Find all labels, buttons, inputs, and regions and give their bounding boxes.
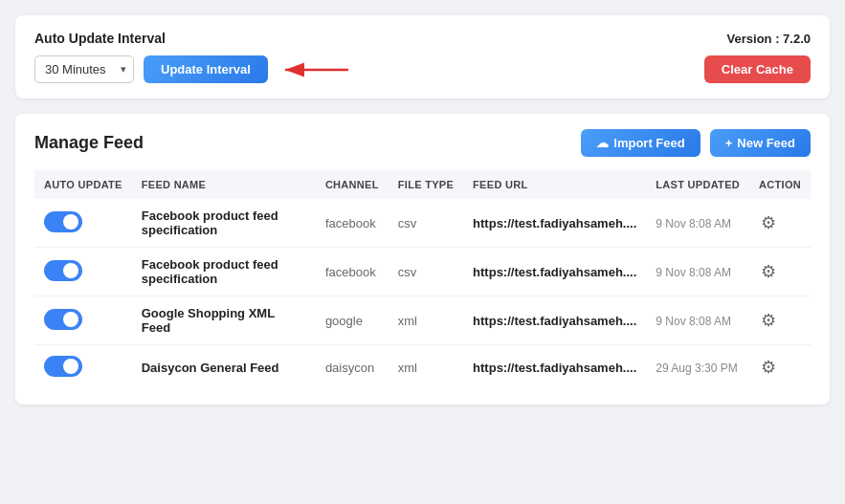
feed-url-text: https://test.fadiyahsameh.... <box>473 265 636 279</box>
col-last-updated: LAST UPDATED <box>646 170 749 199</box>
toggle-cell <box>34 248 132 296</box>
settings-button[interactable]: ⚙ <box>759 259 778 284</box>
feed-url-text: https://test.fadiyahsameh.... <box>473 314 636 328</box>
feed-url-cell: https://test.fadiyahsameh.... <box>463 296 646 345</box>
feed-name-cell: Google Shopping XML Feed <box>132 296 316 345</box>
table-header-row: AUTO UPDATE FEED NAME CHANNEL FILE TYPE … <box>34 170 811 199</box>
action-cell: ⚙ <box>749 199 811 248</box>
last-updated-text: 9 Nov 8:08 AM <box>656 266 731 279</box>
main-card-header: Manage Feed ☁ Import Feed + New Feed <box>34 129 811 157</box>
interval-select[interactable]: 30 Minutes 15 Minutes 1 Hour 2 Hours <box>34 55 134 83</box>
channel-cell: daisycon <box>316 345 389 390</box>
feed-name: Facebook product feed specification <box>142 208 278 237</box>
feed-name-cell: Facebook product feed specification <box>132 199 316 248</box>
top-card-controls: 30 Minutes 15 Minutes 1 Hour 2 Hours ▾ U… <box>34 55 358 83</box>
file-type-cell: csv <box>389 199 463 248</box>
last-updated-text: 9 Nov 8:08 AM <box>656 217 731 230</box>
feed-url-text: https://test.fadiyahsameh.... <box>473 361 636 375</box>
last-updated-cell: 9 Nov 8:08 AM <box>646 248 749 296</box>
interval-select-wrapper: 30 Minutes 15 Minutes 1 Hour 2 Hours ▾ <box>34 55 134 83</box>
file-type-text: csv <box>398 265 417 279</box>
feed-url-cell: https://test.fadiyahsameh.... <box>463 345 646 390</box>
version-label: Version : 7.2.0 <box>727 32 811 46</box>
last-updated-cell: 9 Nov 8:08 AM <box>646 199 749 248</box>
toggle-cell <box>34 345 132 390</box>
feed-url-text: https://test.fadiyahsameh.... <box>473 216 636 230</box>
auto-update-title: Auto Update Interval <box>34 31 358 46</box>
action-cell: ⚙ <box>749 345 811 390</box>
file-type-cell: xml <box>389 345 463 390</box>
auto-update-toggle[interactable] <box>44 260 82 281</box>
feed-url-cell: https://test.fadiyahsameh.... <box>463 199 646 248</box>
file-type-text: xml <box>398 314 417 328</box>
new-feed-label: New Feed <box>737 136 795 150</box>
action-cell: ⚙ <box>749 248 811 296</box>
auto-update-toggle[interactable] <box>44 309 82 330</box>
last-updated-cell: 9 Nov 8:08 AM <box>646 296 749 345</box>
feed-name: Daisycon General Feed <box>142 361 279 375</box>
manage-feed-title: Manage Feed <box>34 133 144 153</box>
clear-cache-button[interactable]: Clear Cache <box>704 55 811 83</box>
file-type-cell: csv <box>389 248 463 296</box>
last-updated-text: 9 Nov 8:08 AM <box>656 315 731 328</box>
col-action: ACTION <box>749 170 811 199</box>
table-row: Google Shopping XML Feedgooglexmlhttps:/… <box>34 296 811 345</box>
channel-text: facebook <box>325 216 376 230</box>
col-feed-url: FEED URL <box>463 170 646 199</box>
feed-url-cell: https://test.fadiyahsameh.... <box>463 248 646 296</box>
top-card-left: Auto Update Interval 30 Minutes 15 Minut… <box>34 31 358 83</box>
feed-name: Google Shopping XML Feed <box>142 306 275 335</box>
action-cell: ⚙ <box>749 296 811 345</box>
col-auto-update: AUTO UPDATE <box>34 170 132 199</box>
file-type-cell: xml <box>389 296 463 345</box>
red-arrow-icon <box>281 58 358 81</box>
last-updated-text: 29 Aug 3:30 PM <box>656 362 737 375</box>
top-card: Auto Update Interval 30 Minutes 15 Minut… <box>15 15 830 99</box>
feed-table: AUTO UPDATE FEED NAME CHANNEL FILE TYPE … <box>34 170 811 389</box>
page-wrapper: Auto Update Interval 30 Minutes 15 Minut… <box>0 0 845 420</box>
table-row: Daisycon General Feeddaisyconxmlhttps://… <box>34 345 811 390</box>
file-type-text: xml <box>398 361 417 375</box>
col-file-type: FILE TYPE <box>389 170 463 199</box>
plus-icon: + <box>725 136 733 150</box>
new-feed-button[interactable]: + New Feed <box>710 129 811 157</box>
settings-button[interactable]: ⚙ <box>759 355 778 380</box>
settings-button[interactable]: ⚙ <box>759 308 778 333</box>
cloud-upload-icon: ☁ <box>596 136 609 150</box>
channel-text: google <box>325 314 363 328</box>
feed-name-cell: Facebook product feed specification <box>132 248 316 296</box>
last-updated-cell: 29 Aug 3:30 PM <box>646 345 749 390</box>
channel-text: facebook <box>325 265 376 279</box>
channel-cell: facebook <box>316 199 389 248</box>
table-row: Facebook product feed specificationfaceb… <box>34 199 811 248</box>
update-interval-button[interactable]: Update Interval <box>144 55 268 83</box>
col-feed-name: FEED NAME <box>132 170 316 199</box>
channel-cell: facebook <box>316 248 389 296</box>
feed-name-cell: Daisycon General Feed <box>132 345 316 390</box>
settings-button[interactable]: ⚙ <box>759 210 778 235</box>
file-type-text: csv <box>398 216 417 230</box>
arrow-annotation <box>281 58 358 81</box>
col-channel: CHANNEL <box>316 170 389 199</box>
top-card-right: Version : 7.2.0 Clear Cache <box>704 32 811 83</box>
import-feed-button[interactable]: ☁ Import Feed <box>581 129 700 157</box>
auto-update-toggle[interactable] <box>44 356 82 377</box>
header-buttons: ☁ Import Feed + New Feed <box>581 129 811 157</box>
main-card: Manage Feed ☁ Import Feed + New Feed AUT… <box>15 114 830 405</box>
channel-cell: google <box>316 296 389 345</box>
table-row: Facebook product feed specificationfaceb… <box>34 248 811 296</box>
table-header: AUTO UPDATE FEED NAME CHANNEL FILE TYPE … <box>34 170 811 199</box>
import-feed-label: Import Feed <box>613 136 684 150</box>
channel-text: daisycon <box>325 361 374 375</box>
feed-name: Facebook product feed specification <box>142 257 278 286</box>
table-body: Facebook product feed specificationfaceb… <box>34 199 811 389</box>
auto-update-toggle[interactable] <box>44 211 82 232</box>
toggle-cell <box>34 296 132 345</box>
toggle-cell <box>34 199 132 248</box>
